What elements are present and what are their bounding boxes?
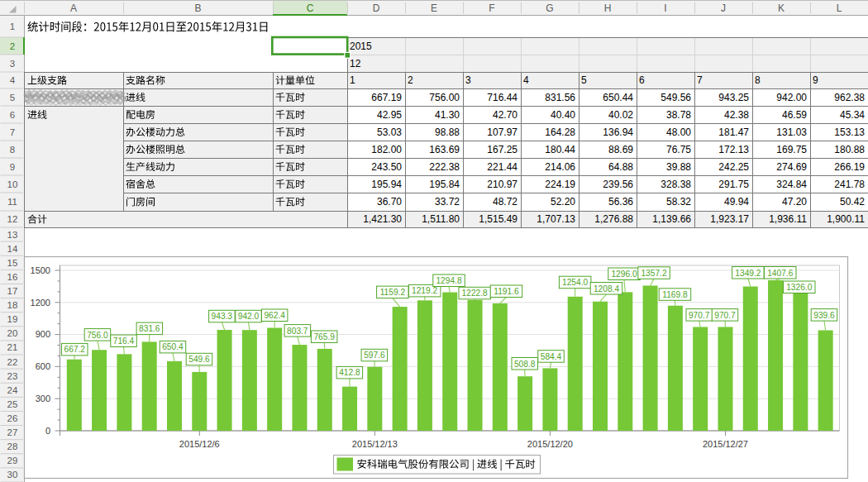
svg-text:47.20: 47.20 [782,196,807,208]
svg-text:831.6: 831.6 [139,324,160,333]
svg-text:1191.6: 1191.6 [494,287,519,296]
svg-text:1357.2: 1357.2 [641,269,666,278]
svg-text:8: 8 [10,145,15,155]
svg-text:962.38: 962.38 [834,92,865,103]
svg-text:943.25: 943.25 [718,92,749,103]
svg-text:716.4: 716.4 [113,336,135,346]
svg-text:1,515.49: 1,515.49 [479,213,517,225]
svg-text:12: 12 [350,58,361,69]
svg-text:210.97: 210.97 [487,179,517,190]
svg-text:181.47: 181.47 [718,126,749,138]
svg-text:266.19: 266.19 [834,161,865,173]
svg-text:5: 5 [581,74,587,86]
svg-text:48.00: 48.00 [666,126,691,138]
svg-text:16: 16 [7,272,18,282]
svg-text:52.20: 52.20 [551,196,575,208]
svg-text:1: 1 [350,74,355,86]
svg-text:20: 20 [7,328,18,338]
svg-text:2015/12/6: 2015/12/6 [179,439,220,449]
svg-text:549.56: 549.56 [661,92,691,103]
svg-text:803.7: 803.7 [287,327,308,336]
svg-text:4: 4 [523,74,529,86]
svg-text:1200: 1200 [31,298,50,308]
svg-text:221.44: 221.44 [487,161,517,173]
svg-text:163.69: 163.69 [429,144,460,155]
svg-text:C: C [307,2,314,14]
svg-text:2015/12/27: 2015/12/27 [703,439,748,449]
svg-text:19: 19 [7,314,18,324]
svg-text:970.7: 970.7 [714,311,736,320]
svg-text:98.88: 98.88 [435,126,460,138]
svg-text:224.19: 224.19 [545,179,575,190]
svg-text:0: 0 [45,426,50,436]
svg-text:26: 26 [7,413,18,423]
svg-text:40.40: 40.40 [551,109,575,121]
svg-text:756.0: 756.0 [87,331,108,340]
svg-text:1219.2: 1219.2 [412,286,437,295]
svg-text:300: 300 [36,394,50,403]
svg-text:25: 25 [7,399,18,409]
svg-text:J: J [721,2,726,14]
svg-text:H: H [604,2,612,14]
svg-text:549.6: 549.6 [188,355,210,364]
svg-text:36.70: 36.70 [377,196,402,208]
svg-text:28: 28 [7,441,18,451]
svg-text:242.25: 242.25 [718,161,749,173]
svg-text:14: 14 [7,244,18,254]
svg-text:6: 6 [639,74,645,86]
svg-text:39.88: 39.88 [666,161,691,173]
svg-text:29: 29 [7,456,18,465]
svg-text:180.44: 180.44 [545,144,575,155]
svg-text:2015: 2015 [350,41,372,52]
svg-text:1,511.80: 1,511.80 [422,213,460,225]
svg-text:1500: 1500 [31,265,50,275]
svg-text:7: 7 [10,127,15,137]
svg-text:1294.8: 1294.8 [436,276,461,285]
svg-text:G: G [546,2,553,14]
svg-text:1,707.13: 1,707.13 [537,213,575,225]
svg-text:22: 22 [7,357,18,367]
svg-text:12: 12 [7,214,18,224]
svg-text:291.75: 291.75 [718,179,749,190]
svg-text:F: F [489,2,494,14]
svg-text:3: 3 [465,74,471,86]
svg-text:42.95: 42.95 [377,109,402,121]
svg-text:1159.2: 1159.2 [380,288,406,297]
svg-text:2: 2 [408,74,413,86]
svg-text:D: D [373,2,380,14]
svg-text:195.84: 195.84 [429,179,460,190]
svg-text:41.30: 41.30 [435,109,460,121]
svg-text:64.88: 64.88 [608,161,633,173]
svg-text:53.03: 53.03 [377,126,402,138]
svg-text:164.28: 164.28 [545,126,575,138]
svg-text:650.44: 650.44 [603,92,633,103]
svg-text:962.4: 962.4 [264,311,285,320]
svg-text:7: 7 [697,74,703,86]
svg-text:46.59: 46.59 [782,109,807,121]
svg-text:756.00: 756.00 [429,92,460,103]
svg-text:180.88: 180.88 [834,144,865,155]
svg-text:15: 15 [7,258,18,268]
svg-text:584.4: 584.4 [541,352,562,361]
svg-text:1407.6: 1407.6 [767,269,793,278]
svg-text:17: 17 [7,286,18,296]
svg-text:716.44: 716.44 [487,92,517,103]
svg-text:45.34: 45.34 [840,109,865,121]
svg-text:328.38: 328.38 [661,179,691,190]
svg-text:33.72: 33.72 [435,196,460,208]
svg-text:1349.2: 1349.2 [735,269,761,278]
svg-text:667.2: 667.2 [64,345,86,354]
svg-text:A: A [70,2,77,14]
svg-text:E: E [431,2,437,14]
svg-text:214.06: 214.06 [545,161,575,173]
svg-text:11: 11 [7,197,17,207]
svg-text:195.94: 195.94 [371,179,402,190]
svg-text:1326.0: 1326.0 [786,283,812,292]
svg-text:4: 4 [10,75,16,85]
svg-text:13: 13 [7,230,18,240]
svg-text:239.56: 239.56 [603,179,633,190]
svg-text:970.7: 970.7 [689,311,710,320]
svg-text:49.94: 49.94 [724,196,749,208]
svg-text:1296.0: 1296.0 [611,270,637,279]
svg-text:1,936.11: 1,936.11 [769,213,807,225]
